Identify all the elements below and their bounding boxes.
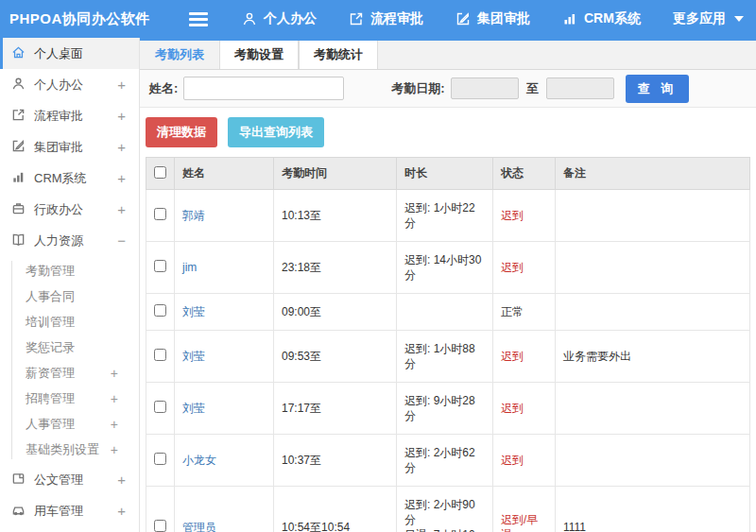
submenu-label: 基础类别设置 bbox=[26, 441, 99, 458]
select-all-checkbox[interactable] bbox=[154, 166, 166, 179]
submenu-salary-mgmt[interactable]: 薪资管理 + bbox=[26, 360, 139, 386]
nav-label: 更多应用 bbox=[673, 10, 726, 27]
date-from-input[interactable] bbox=[451, 77, 519, 99]
employee-name-link[interactable]: 刘莹 bbox=[182, 350, 205, 363]
app-logo: PHPOA协同办公软件 bbox=[0, 10, 140, 28]
table-header-row: 姓名 考勤时间 时长 状态 备注 bbox=[146, 158, 750, 190]
top-nav: 个人办公 流程审批 集团审批 CRM系统 更多应用 bbox=[242, 10, 744, 27]
row-checkbox[interactable] bbox=[154, 349, 166, 361]
row-checkbox[interactable] bbox=[154, 401, 166, 413]
employee-name-link[interactable]: jim bbox=[182, 261, 197, 274]
employee-name-link[interactable]: 刘莹 bbox=[182, 402, 205, 415]
row-checkbox[interactable] bbox=[154, 260, 166, 272]
submenu-training-mgmt[interactable]: 培训管理 bbox=[26, 309, 139, 335]
expand-indicator[interactable]: + bbox=[111, 417, 118, 432]
note: 1111 bbox=[556, 487, 750, 532]
sidebar-item-label: 用车管理 bbox=[34, 503, 83, 520]
employee-name-link[interactable]: 小龙女 bbox=[182, 454, 216, 467]
duration bbox=[397, 294, 493, 331]
attendance-time: 10:54至10:54 bbox=[274, 487, 397, 532]
expand-indicator[interactable]: + bbox=[117, 472, 126, 488]
sidebar-item-admin-office[interactable]: 行政办公 + bbox=[0, 194, 139, 225]
submenu-hr-contract[interactable]: 人事合同 bbox=[26, 283, 139, 309]
name-label: 姓名: bbox=[149, 80, 178, 97]
attendance-time: 23:18至 bbox=[274, 242, 397, 294]
expand-indicator[interactable]: + bbox=[111, 366, 118, 381]
expand-indicator[interactable]: + bbox=[111, 442, 118, 457]
submenu-base-category-settings[interactable]: 基础类别设置 + bbox=[26, 437, 139, 462]
attendance-time: 09:00至 bbox=[274, 294, 397, 331]
expand-indicator[interactable]: + bbox=[117, 170, 126, 186]
submenu-attendance-mgmt[interactable]: 考勤管理 bbox=[26, 258, 139, 283]
col-name: 姓名 bbox=[175, 158, 274, 190]
col-time: 考勤时间 bbox=[274, 158, 397, 190]
document-icon bbox=[11, 472, 34, 489]
sidebar-item-desktop[interactable]: 个人桌面 bbox=[0, 38, 139, 69]
submenu-label: 培训管理 bbox=[26, 314, 75, 331]
date-to-input[interactable] bbox=[546, 77, 614, 99]
sidebar-item-group-approval[interactable]: 集团审批 + bbox=[0, 131, 139, 163]
note bbox=[556, 435, 750, 487]
search-button[interactable]: 查 询 bbox=[626, 75, 690, 103]
nav-crm-system[interactable]: CRM系统 bbox=[562, 10, 641, 27]
table-row: 刘莹 09:00至 正常 bbox=[146, 294, 750, 331]
expand-indicator[interactable]: − bbox=[117, 232, 126, 249]
employee-name-link[interactable]: 郭靖 bbox=[182, 209, 205, 222]
submenu-recruit-mgmt[interactable]: 招聘管理 + bbox=[26, 386, 139, 411]
employee-name-link[interactable]: 管理员 bbox=[182, 521, 216, 532]
tab-attendance-settings[interactable]: 考勤设置 bbox=[219, 41, 299, 69]
export-list-button[interactable]: 导出查询列表 bbox=[228, 117, 324, 147]
expand-indicator[interactable]: + bbox=[117, 77, 126, 93]
submenu-personnel-mgmt[interactable]: 人事管理 + bbox=[26, 411, 139, 437]
attendance-time: 09:53至 bbox=[274, 331, 397, 383]
sidebar-item-document-mgmt[interactable]: 公文管理 + bbox=[0, 464, 139, 495]
note bbox=[556, 383, 750, 435]
employee-name-link[interactable]: 刘莹 bbox=[182, 305, 205, 318]
nav-personal-office[interactable]: 个人办公 bbox=[242, 10, 317, 27]
menu-toggle-icon[interactable] bbox=[189, 12, 208, 26]
note: 业务需要外出 bbox=[556, 331, 750, 383]
duration: 迟到: 1小时88分 bbox=[397, 331, 493, 383]
sidebar-item-label: 行政办公 bbox=[34, 201, 83, 218]
submenu-label: 人事合同 bbox=[26, 288, 75, 305]
sidebar-item-vehicle-mgmt[interactable]: 用车管理 + bbox=[0, 495, 139, 526]
expand-indicator[interactable]: + bbox=[117, 503, 126, 519]
duration: 迟到: 2小时90分早退: 7小时10分 bbox=[397, 487, 493, 532]
main-panel: 考勤列表 考勤设置 考勤统计 姓名: 考勤日期: 至 查 询 清理数据 导出查询… bbox=[140, 38, 756, 532]
table-row: 管理员 10:54至10:54 迟到: 2小时90分早退: 7小时10分 迟到/… bbox=[146, 487, 750, 532]
expand-indicator[interactable]: + bbox=[117, 108, 126, 124]
to-label: 至 bbox=[526, 80, 539, 97]
expand-indicator[interactable]: + bbox=[117, 201, 126, 217]
nav-group-approval[interactable]: 集团审批 bbox=[455, 10, 530, 27]
tab-attendance-stats[interactable]: 考勤统计 bbox=[299, 41, 378, 69]
date-label: 考勤日期: bbox=[391, 80, 444, 97]
row-checkbox[interactable] bbox=[154, 304, 166, 317]
clear-data-button[interactable]: 清理数据 bbox=[146, 117, 217, 147]
col-note: 备注 bbox=[556, 158, 750, 190]
row-checkbox[interactable] bbox=[154, 208, 166, 220]
edit-icon bbox=[455, 11, 471, 26]
sidebar-item-personal-office[interactable]: 个人办公 + bbox=[0, 69, 139, 100]
row-checkbox[interactable] bbox=[154, 520, 166, 532]
nav-more-apps[interactable]: 更多应用 bbox=[673, 10, 744, 27]
expand-indicator[interactable]: + bbox=[111, 391, 118, 406]
workflow-icon bbox=[349, 11, 364, 26]
expand-indicator[interactable]: + bbox=[117, 139, 126, 155]
sidebar-item-label: 个人桌面 bbox=[34, 45, 83, 62]
col-status: 状态 bbox=[493, 158, 556, 190]
top-header: PHPOA协同办公软件 个人办公 流程审批 集团审批 CRM系统 更多应用 bbox=[0, 0, 756, 38]
nav-workflow-approval[interactable]: 流程审批 bbox=[349, 10, 423, 27]
sidebar-item-crm[interactable]: CRM系统 + bbox=[0, 163, 139, 194]
row-checkbox[interactable] bbox=[154, 453, 166, 465]
attendance-table: 姓名 考勤时间 时长 状态 备注 郭靖 10:13至 迟到: 1小时22分 迟到 bbox=[146, 157, 750, 532]
action-buttons: 清理数据 导出查询列表 bbox=[146, 117, 750, 147]
home-icon bbox=[11, 45, 34, 62]
submenu-reward-punishment[interactable]: 奖惩记录 bbox=[26, 335, 139, 360]
name-input[interactable] bbox=[183, 77, 344, 100]
attendance-time: 10:13至 bbox=[274, 190, 397, 242]
edit-icon bbox=[11, 139, 34, 156]
tab-attendance-list[interactable]: 考勤列表 bbox=[140, 41, 219, 69]
sidebar-item-hr[interactable]: 人力资源 − bbox=[0, 225, 139, 256]
submenu-label: 考勤管理 bbox=[26, 263, 75, 280]
sidebar-item-workflow-approval[interactable]: 流程审批 + bbox=[0, 100, 139, 131]
